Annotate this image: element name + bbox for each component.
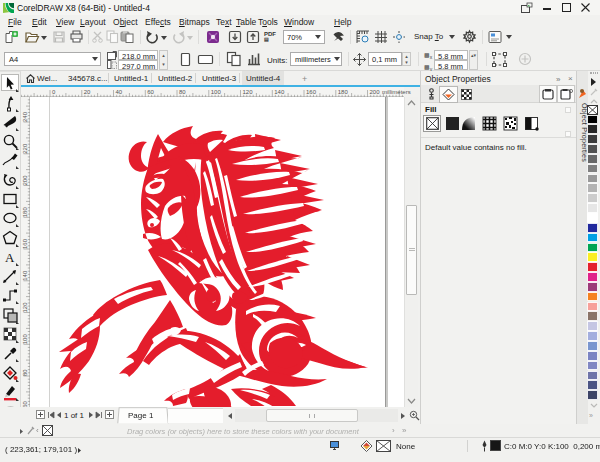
svg-text:40: 40 — [116, 89, 123, 95]
svg-text:20: 20 — [84, 89, 91, 95]
svg-text:100: 100 — [211, 89, 222, 95]
svg-text:200: 200 — [370, 89, 381, 95]
svg-text:80: 80 — [179, 89, 186, 95]
svg-text:160: 160 — [306, 89, 317, 95]
svg-text:millimeters: millimeters — [382, 89, 411, 95]
svg-text:140: 140 — [274, 89, 285, 95]
svg-text:0: 0 — [52, 89, 56, 95]
svg-text:60: 60 — [147, 89, 154, 95]
svg-text:120: 120 — [243, 89, 254, 95]
svg-text:180: 180 — [338, 89, 349, 95]
svg-text:A: A — [5, 250, 15, 265]
